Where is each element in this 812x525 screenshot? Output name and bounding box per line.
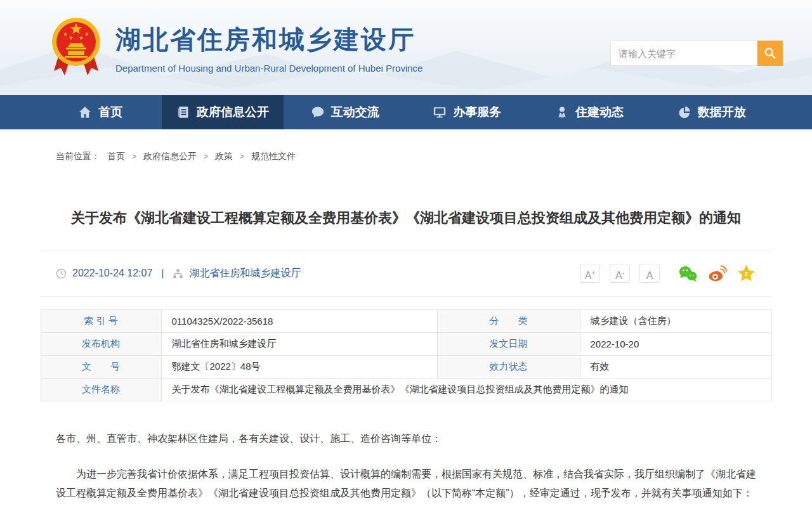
- article-source: 湖北省住房和城乡建设厅: [189, 267, 301, 280]
- search-input[interactable]: [610, 41, 757, 66]
- site-subtitle: Department of Housing and Urban-Rural De…: [115, 63, 422, 74]
- breadcrumb-item-normative-docs[interactable]: 规范性文件: [251, 151, 296, 162]
- national-emblem-icon: [51, 14, 102, 81]
- nav-item-news[interactable]: 住建动态: [528, 95, 651, 129]
- body-paragraph: 为进一步完善我省计价依据体系，满足工程项目投资估算、设计概算的编制需要，根据国家…: [56, 465, 756, 503]
- table-row: 文 号 鄂建文〔2022〕48号 效力状态 有效: [41, 356, 771, 379]
- site-title: 湖北省住房和城乡建设厅: [115, 22, 422, 57]
- chat-icon: [311, 105, 325, 119]
- meta-value-issuing-agency: 湖北省住房和城乡建设厅: [161, 333, 437, 356]
- meta-label-doc-title: 文件名称: [41, 379, 161, 401]
- publish-time: 2022-10-24 12:07: [72, 268, 152, 279]
- qzone-share-icon[interactable]: z: [737, 264, 756, 283]
- breadcrumb-separator: >: [240, 152, 244, 161]
- weibo-share-icon[interactable]: [707, 264, 727, 283]
- breadcrumb: 当前位置： 首页 > 政府信息公开 > 政策 > 规范性文件: [56, 151, 812, 162]
- wechat-share-icon[interactable]: [678, 264, 698, 283]
- site-logo-link[interactable]: 湖北省住房和城乡建设厅 Department of Housing and Ur…: [51, 14, 422, 81]
- meta-value-doc-number: 鄂建文〔2022〕48号: [161, 356, 437, 379]
- nav-item-gov-info[interactable]: 政府信息公开: [162, 95, 284, 129]
- meta-label-issuing-agency: 发布机构: [41, 333, 161, 356]
- meta-divider: |: [161, 268, 164, 279]
- meta-label-validity: 效力状态: [437, 356, 580, 379]
- meta-label-category: 分 类: [437, 310, 580, 333]
- meta-value-category: 城乡建设（含住房）: [580, 310, 771, 333]
- pie-chart-icon: [678, 105, 691, 119]
- nav-item-label: 住建动态: [575, 104, 624, 120]
- font-increase-button[interactable]: A+: [580, 264, 600, 283]
- nav-item-label: 政府信息公开: [197, 104, 269, 120]
- breadcrumb-prefix: 当前位置：: [56, 151, 100, 162]
- person-ribbon-icon: [555, 105, 569, 119]
- breadcrumb-item-home[interactable]: 首页: [107, 151, 125, 162]
- table-row: 索 引 号 01104325X/2022-35618 分 类 城乡建设（含住房）: [41, 310, 771, 333]
- breadcrumb-separator: >: [204, 152, 208, 161]
- breadcrumb-item-gov-info[interactable]: 政府信息公开: [143, 151, 197, 162]
- breadcrumb-item-policy[interactable]: 政策: [215, 151, 233, 162]
- nav-item-label: 数据开放: [698, 104, 746, 120]
- meta-value-index-number: 01104325X/2022-35618: [161, 310, 437, 333]
- search-icon: [763, 46, 777, 60]
- font-reset-button[interactable]: A: [639, 264, 660, 283]
- nav-item-label: 办事服务: [453, 104, 501, 120]
- document-meta-table: 索 引 号 01104325X/2022-35618 分 类 城乡建设（含住房）…: [41, 309, 772, 401]
- article-body: 各市、州、直管市、神农架林区住建局，各有关建设、设计、施工、造价咨询等单位： 为…: [56, 429, 756, 503]
- body-paragraph: 各市、州、直管市、神农架林区住建局，各有关建设、设计、施工、造价咨询等单位：: [56, 429, 756, 448]
- font-decrease-button[interactable]: A-: [610, 264, 630, 283]
- nav-item-services[interactable]: 办事服务: [406, 95, 528, 129]
- nav-item-interaction[interactable]: 互动交流: [284, 95, 406, 129]
- document-icon: [176, 105, 190, 119]
- clock-icon: [56, 268, 67, 279]
- nav-item-home[interactable]: 首页: [39, 95, 162, 129]
- nav-item-label: 首页: [98, 104, 122, 120]
- nav-item-label: 互动交流: [331, 104, 379, 120]
- home-icon: [78, 105, 92, 119]
- meta-value-validity: 有效: [580, 356, 771, 379]
- main-nav: 首页 政府信息公开 互动交流 办事服务 住建动态 数据开放: [0, 95, 812, 129]
- meta-label-index-number: 索 引 号: [41, 310, 161, 333]
- meta-value-issue-date: 2022-10-20: [580, 333, 771, 356]
- meta-label-doc-number: 文 号: [41, 356, 161, 379]
- meta-value-doc-title: 关于发布《湖北省建设工程概算定额及全费用基价表》《湖北省建设项目总投资组成及其他…: [161, 379, 771, 401]
- site-header: 湖北省住房和城乡建设厅 Department of Housing and Ur…: [0, 0, 812, 95]
- breadcrumb-separator: >: [132, 152, 136, 161]
- search-button[interactable]: [757, 41, 783, 66]
- table-row: 发布机构 湖北省住房和城乡建设厅 发文日期 2022-10-20: [41, 333, 771, 356]
- meta-label-issue-date: 发文日期: [437, 333, 580, 356]
- table-row: 文件名称 关于发布《湖北省建设工程概算定额及全费用基价表》《湖北省建设项目总投资…: [41, 379, 771, 401]
- nav-item-open-data[interactable]: 数据开放: [650, 95, 773, 129]
- article-meta-bar: 2022-10-24 12:07 | 湖北省住房和城乡建设厅 A+ A- A: [41, 250, 771, 297]
- monitor-icon: [433, 105, 447, 119]
- org-icon: [173, 268, 183, 279]
- svg-text:z: z: [745, 269, 748, 277]
- site-search: [610, 41, 783, 66]
- article-title: 关于发布《湖北省建设工程概算定额及全费用基价表》《湖北省建设项目总投资组成及其他…: [44, 208, 768, 228]
